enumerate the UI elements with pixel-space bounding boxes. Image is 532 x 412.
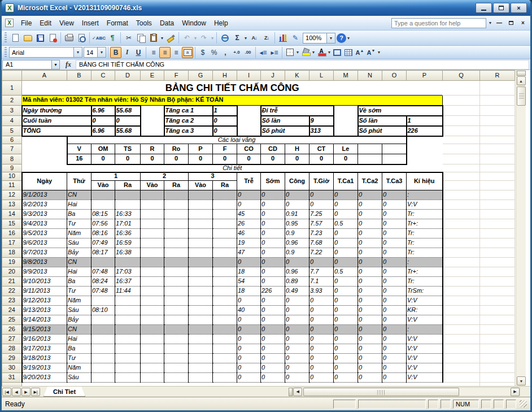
- cell-A23[interactable]: 9/12/2013: [22, 296, 67, 306]
- cell-A13[interactable]: 9/2/2013: [22, 200, 67, 210]
- cell-H22[interactable]: [213, 287, 237, 296]
- column-header-E[interactable]: E: [141, 71, 164, 81]
- cell-R19[interactable]: [480, 258, 515, 267]
- cell-P17[interactable]: Tr:: [407, 238, 443, 248]
- cell-D15[interactable]: 17:01: [115, 219, 141, 229]
- cell-A19[interactable]: 9/8/2013: [22, 258, 67, 267]
- cell-M10[interactable]: T.Ca1: [334, 172, 358, 190]
- cell-J5[interactable]: Số phút: [261, 126, 309, 136]
- cell-P19[interactable]: :: [407, 258, 443, 267]
- cell-I15[interactable]: 26: [237, 219, 261, 229]
- cell-C27[interactable]: [91, 335, 115, 344]
- cell-K29[interactable]: 0: [285, 354, 309, 363]
- table-button[interactable]: [343, 47, 354, 58]
- cell-G11[interactable]: Vào: [189, 181, 213, 190]
- cell-N15[interactable]: 0: [358, 219, 382, 229]
- cell-O8[interactable]: [382, 154, 407, 164]
- row-header-12[interactable]: 12: [2, 190, 22, 200]
- cell-M18[interactable]: 0: [334, 248, 358, 258]
- cell-Q2[interactable]: [443, 96, 480, 106]
- cell-I20[interactable]: 18: [237, 267, 261, 277]
- increase-decimal-button[interactable]: +.0: [231, 47, 242, 58]
- cell-N18[interactable]: 0: [358, 248, 382, 258]
- cell-E18[interactable]: [141, 248, 164, 258]
- cell-L31[interactable]: 0: [309, 373, 334, 383]
- cell-L26[interactable]: 0: [309, 325, 334, 335]
- cell-H15[interactable]: [213, 219, 237, 229]
- menu-help[interactable]: Help: [210, 17, 232, 29]
- decrease-indent-button[interactable]: ◂≡: [258, 47, 269, 58]
- cell-R8[interactable]: [480, 154, 515, 164]
- cell-E22[interactable]: [141, 287, 164, 296]
- paste-dropdown-icon[interactable]: ▾: [160, 36, 164, 41]
- row-header-13[interactable]: 13: [2, 200, 22, 210]
- cell-B22[interactable]: Tư: [67, 287, 91, 296]
- cell-B20[interactable]: Hai: [67, 267, 91, 277]
- last-sheet-button[interactable]: ▶|: [31, 388, 40, 396]
- font-color-button[interactable]: A: [316, 47, 327, 58]
- cell-P23[interactable]: V:V: [407, 296, 443, 306]
- cell-A26[interactable]: 9/15/2013: [22, 325, 67, 335]
- cell-J23[interactable]: 0: [261, 296, 285, 306]
- cell-B13[interactable]: Hai: [67, 200, 91, 210]
- cell-Q23[interactable]: [443, 296, 480, 306]
- cell-O7[interactable]: [382, 144, 407, 154]
- cell-I3[interactable]: [237, 106, 261, 116]
- cell-L21[interactable]: 7.1: [309, 277, 334, 287]
- cell-O28[interactable]: 0: [382, 344, 407, 354]
- cell-K10[interactable]: Công: [285, 172, 309, 190]
- cell-L30[interactable]: 0: [309, 363, 334, 373]
- cell-C13[interactable]: [91, 200, 115, 210]
- cell-A29[interactable]: 9/18/2013: [22, 354, 67, 363]
- cell-N21[interactable]: 0: [358, 277, 382, 287]
- cell-Q19[interactable]: [443, 258, 480, 267]
- cell-D25[interactable]: [115, 315, 141, 325]
- cell-J19[interactable]: 0: [261, 258, 285, 267]
- horizontal-scrollbar[interactable]: ◀ ▶: [293, 387, 520, 396]
- cell-M12[interactable]: 0: [334, 190, 358, 200]
- cell-R13[interactable]: [480, 200, 515, 210]
- cell-A14[interactable]: 9/3/2013: [22, 210, 67, 219]
- cell-C18[interactable]: 08:17: [91, 248, 115, 258]
- cell-P26[interactable]: :: [407, 325, 443, 335]
- cell-D21[interactable]: 16:37: [115, 277, 141, 287]
- cell-M26[interactable]: 0: [334, 325, 358, 335]
- cell-I16[interactable]: 46: [237, 229, 261, 238]
- cell-D13[interactable]: [115, 200, 141, 210]
- cell-D11[interactable]: Ra: [115, 181, 141, 190]
- cell-H11[interactable]: Ra: [213, 181, 237, 190]
- cell-E8[interactable]: 0: [141, 154, 164, 164]
- permission-button[interactable]: [46, 32, 59, 44]
- column-header-H[interactable]: H: [213, 71, 237, 81]
- cell-Q14[interactable]: [443, 210, 480, 219]
- row-header-6[interactable]: 6: [2, 136, 22, 144]
- toolbar-options-icon[interactable]: ▾: [377, 50, 381, 55]
- new-document-button[interactable]: [9, 32, 21, 44]
- cell-B27[interactable]: Hai: [67, 335, 91, 344]
- cell-F15[interactable]: [164, 219, 189, 229]
- cell-A3[interactable]: Ngày thường: [22, 106, 91, 116]
- cell-R4[interactable]: [480, 116, 515, 126]
- cell-G7[interactable]: P: [189, 144, 213, 154]
- column-header-L[interactable]: L: [309, 71, 334, 81]
- cell-H19[interactable]: [213, 258, 237, 267]
- cell-F12[interactable]: [164, 190, 189, 200]
- cell-E14[interactable]: [141, 210, 164, 219]
- scroll-right-button[interactable]: ▶: [511, 388, 520, 396]
- cell-A15[interactable]: 9/4/2013: [22, 219, 67, 229]
- cell-Q1[interactable]: [443, 81, 480, 96]
- cell-P13[interactable]: V:V: [407, 200, 443, 210]
- cell-M29[interactable]: 0: [334, 354, 358, 363]
- cell-A20[interactable]: 9/9/2013: [22, 267, 67, 277]
- cell-C3[interactable]: 6.96: [91, 106, 115, 116]
- cell-H26[interactable]: [213, 325, 237, 335]
- sort-ascending-button[interactable]: A↓: [248, 32, 260, 44]
- cell-K22[interactable]: 0.49: [285, 287, 309, 296]
- cell-I8[interactable]: 0: [237, 154, 261, 164]
- cell-J28[interactable]: 0: [261, 344, 285, 354]
- cell-F8[interactable]: 0: [164, 154, 189, 164]
- cell-D26[interactable]: [115, 325, 141, 335]
- resize-grip-icon[interactable]: [520, 400, 527, 407]
- cell-F5[interactable]: Tăng ca 3: [164, 126, 213, 136]
- cell-R29[interactable]: [480, 354, 515, 363]
